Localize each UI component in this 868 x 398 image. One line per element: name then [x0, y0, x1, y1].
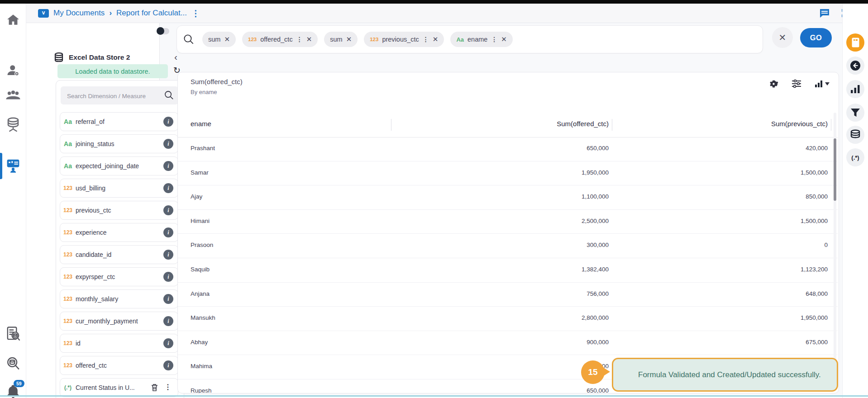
info-icon[interactable]: i — [163, 183, 173, 193]
home-icon[interactable] — [6, 14, 20, 26]
cell-ename: Saquib — [191, 266, 210, 273]
info-icon[interactable]: i — [163, 250, 173, 260]
field-item[interactable]: 123idi — [60, 334, 178, 353]
breadcrumb-my-documents[interactable]: My Documents — [53, 9, 105, 18]
query-chip-row: sum✕123offered_ctc⋮✕sum✕123previous_ctc⋮… — [202, 32, 513, 47]
user-settings-icon[interactable] — [6, 64, 20, 77]
team-icon[interactable] — [5, 90, 21, 101]
query-chip[interactable]: sum✕ — [324, 32, 358, 47]
field-item[interactable]: Aajoining_statusi — [60, 134, 178, 153]
regex-formula-icon[interactable]: (.*) — [846, 148, 864, 166]
field-menu-icon[interactable]: ⋮ — [164, 383, 172, 391]
chart-type-dropdown[interactable] — [815, 80, 830, 88]
column-divider[interactable] — [391, 119, 391, 131]
audit-log-icon[interactable] — [6, 326, 20, 341]
notification-count-badge: 59 — [14, 380, 24, 387]
data-search-icon[interactable] — [6, 356, 20, 371]
field-item[interactable]: Aareferral_ofi — [60, 112, 178, 131]
info-icon[interactable]: i — [163, 338, 173, 348]
column-divider[interactable] — [831, 119, 831, 131]
chip-remove-icon[interactable]: ✕ — [306, 35, 312, 43]
cell-sum-previous: 1,950,000 — [801, 314, 828, 321]
delete-icon[interactable] — [151, 384, 158, 391]
field-type-icon: 123 — [60, 207, 76, 213]
notes-card-icon[interactable] — [846, 33, 864, 52]
column-header-sum-previous[interactable]: Sum(previous_ctc) — [771, 120, 828, 128]
go-button[interactable]: GO — [800, 28, 832, 47]
app-window: v My Documents › Report for Calculat... … — [0, 0, 868, 398]
chip-menu-icon[interactable]: ⋮ — [491, 36, 497, 43]
field-type-icon: 123 — [60, 229, 76, 236]
top-header: v My Documents › Report for Calculat... … — [26, 4, 868, 23]
info-icon[interactable]: i — [163, 316, 173, 326]
query-chip[interactable]: sum✕ — [202, 32, 236, 47]
info-icon[interactable]: i — [163, 139, 173, 149]
chip-type-icon: 123 — [248, 37, 257, 42]
info-icon[interactable]: i — [163, 227, 173, 237]
info-icon[interactable]: i — [163, 360, 173, 370]
breadcrumb-menu-icon[interactable]: ⋮ — [191, 8, 200, 19]
query-toggle[interactable] — [157, 28, 169, 34]
sidebar-collapse-icon[interactable]: ‹ — [174, 52, 177, 62]
field-item[interactable]: 123offered_ctci — [60, 356, 178, 375]
info-icon[interactable]: i — [163, 272, 173, 282]
chip-remove-icon[interactable]: ✕ — [346, 35, 352, 43]
search-icon[interactable] — [164, 90, 174, 100]
column-header-sum-offered[interactable]: Sum(offered_ctc) — [557, 120, 609, 128]
filter-icon[interactable] — [846, 104, 864, 122]
field-item[interactable]: 123cur_monthly_paymenti — [60, 312, 178, 331]
column-divider[interactable] — [612, 119, 612, 131]
cell-ename: Abhay — [191, 339, 208, 346]
clear-query-button[interactable]: ✕ — [772, 27, 793, 48]
field-search-input[interactable] — [66, 86, 158, 105]
query-chip[interactable]: Aaename⋮✕ — [450, 32, 513, 47]
query-chip[interactable]: 123previous_ctc⋮✕ — [364, 32, 444, 47]
table-row: Saquib1,382,4001,123,200 — [178, 258, 838, 283]
query-bar[interactable]: sum✕123offered_ctc⋮✕sum✕123previous_ctc⋮… — [176, 25, 763, 53]
chart-icon[interactable] — [846, 80, 864, 98]
field-item[interactable]: Aaexpected_joining_datei — [60, 156, 178, 175]
chip-menu-icon[interactable]: ⋮ — [423, 36, 429, 43]
chip-remove-icon[interactable]: ✕ — [501, 35, 507, 43]
table-row: Ajay1,100,000850,000 — [178, 185, 838, 210]
field-item[interactable]: 123experiencei — [60, 223, 178, 242]
field-item[interactable]: 123usd_billingi — [60, 179, 178, 198]
cell-sum-previous: 1,123,200 — [801, 266, 828, 273]
chip-menu-icon[interactable]: ⋮ — [296, 36, 303, 43]
query-chip[interactable]: 123offered_ctc⋮✕ — [242, 32, 318, 47]
breadcrumb-report-name[interactable]: Report for Calculat... — [116, 9, 187, 18]
folder-icon[interactable]: v — [38, 9, 49, 18]
cell-sum-offered: 650,000 — [587, 387, 609, 393]
cell-sum-offered: 2,500,000 — [582, 218, 609, 224]
step-marker: 15 — [581, 360, 605, 384]
field-search-box — [61, 86, 178, 104]
cell-ename: Samar — [191, 169, 209, 176]
cell-ename: Prashant — [191, 145, 215, 152]
back-icon[interactable] — [846, 57, 864, 75]
info-icon[interactable]: i — [163, 161, 173, 171]
chat-icon[interactable] — [819, 9, 830, 18]
field-item[interactable]: (.*)Current Status in U...⋮ — [60, 378, 178, 397]
chip-remove-icon[interactable]: ✕ — [224, 35, 230, 43]
datastore-sidebar: Excel Data Store 2 ‹ Loaded data to data… — [26, 23, 159, 398]
info-icon[interactable]: i — [163, 205, 173, 215]
settings-gear-icon[interactable] — [769, 79, 778, 89]
table-scrollbar-thumb[interactable] — [834, 138, 836, 201]
bottom-progress-line — [0, 395, 868, 397]
table-row: Prashant650,000420,000 — [178, 137, 838, 161]
datastore-icon[interactable] — [6, 117, 20, 133]
field-item[interactable]: 123candidate_idi — [60, 245, 178, 264]
database-icon[interactable] — [846, 126, 864, 144]
cell-sum-offered: 756,000 — [587, 290, 609, 297]
field-item[interactable]: 123previous_ctci — [60, 201, 178, 220]
toast-message: Formula Validated and Created/Updated su… — [638, 370, 821, 379]
field-label: monthly_salary — [76, 295, 118, 303]
info-icon[interactable]: i — [163, 294, 173, 304]
display-settings-icon[interactable] — [791, 79, 802, 89]
report-builder-icon[interactable] — [5, 158, 21, 173]
field-item[interactable]: 123expyrsper_ctci — [60, 267, 178, 286]
column-header-ename[interactable]: ename — [191, 120, 211, 128]
info-icon[interactable]: i — [163, 117, 173, 127]
chip-remove-icon[interactable]: ✕ — [433, 35, 439, 43]
field-item[interactable]: 123monthly_salaryi — [60, 289, 178, 308]
